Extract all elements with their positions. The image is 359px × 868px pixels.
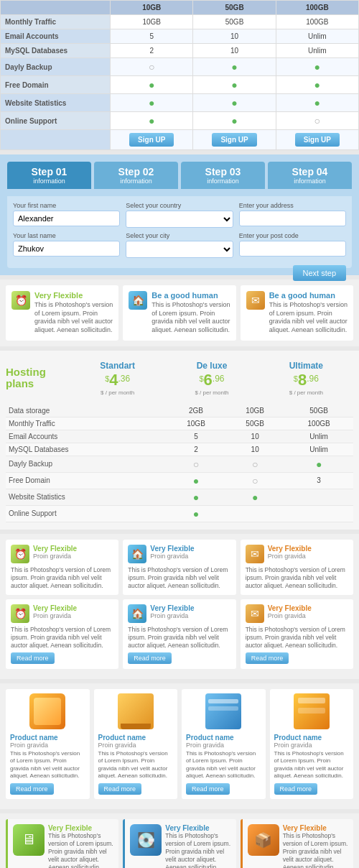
hosting-row-label: Website Statistics (6, 489, 167, 505)
feature-text-2: This is Photoshop's version of Lorem ips… (151, 301, 230, 335)
card-header-2: 🏠 Very Flexible Proin gravida (128, 545, 230, 563)
feature-content-2: Be a good human This is Photoshop's vers… (151, 291, 230, 335)
address-input[interactable] (239, 211, 346, 226)
hosting-row-5: Dayly Backup ○ ○ ● (6, 456, 353, 472)
server-blue-icon: 💽 (130, 824, 162, 856)
row-label: Online Support (1, 112, 111, 130)
read-more-btn-5[interactable]: Read more (128, 652, 172, 664)
next-step-button[interactable]: Next step (293, 265, 346, 281)
row-col3: ● (276, 58, 358, 76)
table-row-signup[interactable]: Sign UP Sign UP Sign UP (1, 130, 359, 150)
firstname-label: Your first name (13, 202, 120, 209)
hosting-row-col3: Unlim (284, 443, 353, 456)
plan-headers: Standart $4.36 $ / per month De luxe $6.… (70, 358, 353, 399)
row-col1: ○ (111, 58, 193, 76)
table-row: Monthly Traffic 10GB 50GB 100GB (1, 15, 359, 29)
step-tab-3[interactable]: Step 03 information (181, 162, 265, 189)
city-label: Select your city (126, 232, 233, 239)
card-titles-5: Very Flexible Proin gravida (150, 604, 194, 619)
service-card-3: ✉ Very Flexible Proin gravida This is Ph… (241, 540, 353, 595)
firstname-group: Your first name (13, 202, 120, 228)
step-4-num: Step 04 (271, 166, 349, 177)
signup-button-1[interactable]: Sign UP (129, 133, 174, 147)
hosting-row-7: Website Statistics ● ● (6, 489, 353, 505)
product-read-more-2[interactable]: Read more (98, 783, 142, 795)
bottom-card-text-1: This is Photoshop's version of Lorem ips… (48, 832, 113, 868)
hosting-row-col3: ● (284, 456, 353, 472)
step-1-info: information (10, 177, 88, 185)
bottom-card-2: 💽 Very Flexible This is Photoshop's vers… (123, 819, 236, 868)
card-header-1: ⏰ Very Flexible Proin gravida (11, 545, 113, 563)
country-select[interactable] (126, 211, 233, 228)
card-titles-2: Very Flexible Proin gravida (150, 545, 194, 560)
card-subtitle-5: Proin gravida (150, 612, 194, 619)
hosting-row-1: Data storage 2GB 10GB 50GB (6, 405, 353, 417)
features-section: ⏰ Very Flexible This is Photoshop's vers… (0, 280, 359, 346)
country-label: Select your country (126, 202, 233, 209)
product-icon-area-3 (186, 693, 261, 731)
hosting-row-4: MySQL Databases 2 10 Unlim (6, 443, 353, 456)
product-subtitle-4: Proin gravida (274, 742, 350, 749)
plan-deluxe-info: $ / per month (166, 389, 257, 396)
hosting-row-col1: 2 (167, 443, 225, 456)
table-header-col1: 10GB (111, 1, 193, 15)
firstname-input[interactable] (13, 211, 120, 226)
hosting-row-col2: ○ (225, 472, 284, 489)
row-col2: ● (193, 94, 276, 112)
bottom-card-content-2: Very Flexible This is Photoshop's versio… (165, 824, 230, 868)
card-titles-4: Very Flexible Proin gravida (33, 604, 77, 619)
product-icon-area-4 (274, 693, 350, 731)
card-subtitle-4: Proin gravida (33, 612, 77, 619)
hosting-row-col2 (225, 505, 284, 522)
product-read-more-3[interactable]: Read more (186, 783, 230, 795)
hosting-row-3: Email Accounts 5 10 Unlim (6, 430, 353, 443)
feature-box-3: ✉ Be a good human This is Photoshop's ve… (241, 285, 353, 341)
hosting-row-col3: 100GB (284, 417, 353, 430)
card-text-3: This is Photoshop's version of Lorem ips… (246, 566, 348, 590)
plan-deluxe: De luxe $6.96 $ / per month (164, 358, 258, 399)
signup-cell-1[interactable]: Sign UP (111, 130, 193, 150)
step-tab-1[interactable]: Step 01 information (7, 162, 91, 189)
house-icon-card-5: 🏠 (128, 604, 146, 623)
step-1-num: Step 01 (10, 166, 88, 177)
signup-button-2[interactable]: Sign UP (212, 133, 256, 147)
card-title-4: Very Flexible (33, 604, 77, 612)
row-col2: ● (193, 58, 276, 76)
step-4-info: information (271, 177, 349, 185)
city-select[interactable] (126, 241, 233, 258)
clock-icon-card-4: ⏰ (11, 604, 29, 623)
hosting-table: Data storage 2GB 10GB 50GB Monthly Traff… (6, 405, 353, 522)
plan-deluxe-sup: .96 (213, 374, 225, 384)
steps-section: Step 01 information Step 02 information … (0, 154, 359, 275)
signup-cell-2[interactable]: Sign UP (193, 130, 276, 150)
hosting-plans-section: Hostingplans Standart $4.36 $ / per mont… (0, 351, 359, 530)
lastname-input[interactable] (13, 241, 120, 257)
form-row-1: Your first name Select your country Ente… (13, 202, 346, 228)
address-group: Enter your address (239, 202, 346, 228)
bottom-card-1: 🖥 Very Flexible This is Photoshop's vers… (6, 819, 118, 868)
product-card-2: Product name Proin gravida This is Photo… (94, 689, 178, 799)
server-orange-icon: 📦 (248, 824, 279, 856)
table-row: Online Support ● ● ○ (1, 112, 359, 130)
plan-standart-sup: .36 (118, 374, 131, 384)
step-form: Your first name Select your country Ente… (7, 196, 352, 268)
step-tab-4[interactable]: Step 04 information (268, 162, 352, 189)
service-card-5: 🏠 Very Flexible Proin gravida This is Ph… (123, 599, 236, 669)
read-more-btn-6[interactable]: Read more (246, 652, 289, 664)
product-read-more-4[interactable]: Read more (274, 783, 318, 795)
read-more-btn-4[interactable]: Read more (11, 652, 55, 664)
product-icon-area-1 (10, 693, 85, 731)
bottom-card-text-3: This is Photoshop's version of Lorem ips… (283, 832, 348, 868)
product-read-more-1[interactable]: Read more (10, 783, 54, 795)
steps-tabs: Step 01 information Step 02 information … (7, 162, 352, 189)
row-label: Free Domain (1, 76, 111, 94)
signup-button-3[interactable]: Sign UP (295, 133, 340, 147)
hosting-row-label: Free Domain (6, 472, 167, 489)
signup-cell-3[interactable]: Sign UP (276, 130, 358, 150)
plan-ultimate-price: 8 (298, 371, 307, 389)
step-tab-2[interactable]: Step 02 information (94, 162, 178, 189)
feature-box-1: ⏰ Very Flexible This is Photoshop's vers… (6, 285, 118, 341)
product-text-2: This is Photoshop's version of Lorem Ips… (98, 750, 174, 780)
postcode-input[interactable] (239, 241, 346, 257)
features-row: ⏰ Very Flexible This is Photoshop's vers… (6, 285, 353, 341)
